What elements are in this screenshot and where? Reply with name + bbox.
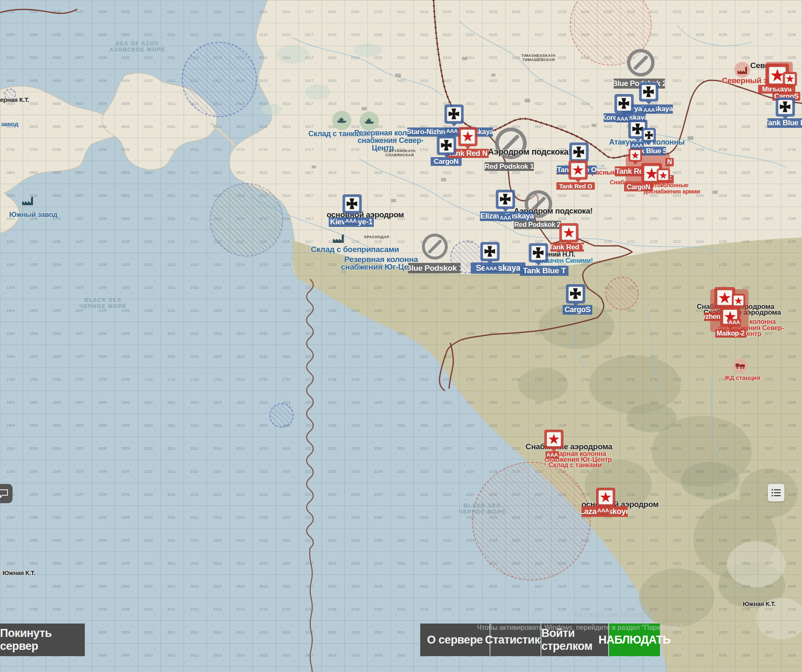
map-label-chip[interactable]: Maikop-2 bbox=[715, 329, 746, 338]
red-unit-marker[interactable]: ★ bbox=[783, 72, 797, 86]
map-label-chip[interactable]: Tank Red O bbox=[556, 182, 595, 190]
map-label-chip[interactable]: Severskaya bbox=[471, 262, 525, 274]
marker-pin bbox=[646, 142, 652, 145]
marker-pin bbox=[349, 213, 355, 216]
zone-circle bbox=[472, 462, 591, 580]
map-label-chip[interactable]: Red Podskok 2 bbox=[514, 221, 561, 229]
aaa-badge[interactable]: AAA bbox=[616, 115, 629, 122]
red-unit-marker[interactable]: ★ bbox=[629, 148, 642, 162]
red-star-icon: ★ bbox=[573, 164, 584, 176]
red-unit-marker[interactable]: ★ bbox=[559, 223, 579, 242]
zone-circle bbox=[605, 277, 639, 310]
map-label-chip[interactable]: Khadyzhenskaya bbox=[704, 313, 720, 321]
red-star-icon: ★ bbox=[548, 433, 560, 445]
map-label-chip[interactable]: Tank Re bbox=[615, 166, 644, 176]
german-cross-icon bbox=[448, 108, 460, 120]
map-label-chip[interactable]: Tank Blue E bbox=[767, 118, 802, 128]
aaa-badge[interactable]: AAA bbox=[344, 217, 358, 224]
sea-name-label: BLACK SEAЧЕРНОЕ МОРЕ bbox=[459, 502, 506, 515]
red-star-icon: ★ bbox=[462, 130, 474, 143]
chat-button[interactable] bbox=[0, 484, 13, 503]
sea-name-label: BLACK SEAЧЕРНОЕ МОРЕ bbox=[79, 297, 127, 309]
leave-server-button[interactable]: Покинуть сервер bbox=[0, 624, 85, 656]
aaa-badge[interactable]: AAA bbox=[642, 107, 656, 114]
blue-unit-marker[interactable] bbox=[569, 143, 589, 162]
marker-emblem: ★ bbox=[547, 432, 561, 446]
poi-factory-dark-icon bbox=[330, 230, 347, 247]
no-fly-slash bbox=[428, 239, 442, 254]
map-label-chip[interactable]: Blue Podskok 1 bbox=[408, 263, 461, 273]
marker-emblem bbox=[572, 145, 586, 159]
blue-unit-marker[interactable] bbox=[480, 242, 500, 261]
blue-unit-marker[interactable] bbox=[566, 284, 585, 303]
list-menu-button[interactable] bbox=[768, 484, 784, 501]
german-cross-icon bbox=[346, 198, 358, 210]
german-cross-icon bbox=[484, 245, 496, 257]
map-overlay: Аэродром подскока!Аэродром подскока!осно… bbox=[0, 0, 802, 672]
red-star-icon: ★ bbox=[645, 167, 658, 181]
blue-unit-marker[interactable] bbox=[639, 82, 658, 102]
zone-circle bbox=[182, 42, 257, 117]
red-unit-marker[interactable]: ★ bbox=[657, 168, 670, 182]
german-cross-icon bbox=[779, 101, 791, 113]
marker-emblem bbox=[531, 246, 545, 260]
blue-unit-marker[interactable] bbox=[614, 94, 634, 113]
blue-unit-marker[interactable] bbox=[343, 194, 362, 214]
aaa-badge[interactable]: AAA bbox=[546, 451, 559, 458]
menu-list-icon bbox=[772, 489, 781, 497]
aaa-badge[interactable]: AAA bbox=[499, 214, 512, 221]
poi-ship-icon bbox=[360, 112, 379, 131]
map-label-chip[interactable]: Tank Blue T bbox=[520, 266, 569, 276]
german-cross-icon bbox=[642, 86, 655, 98]
marker-pin bbox=[727, 326, 733, 330]
blue-unit-marker[interactable] bbox=[496, 190, 515, 209]
german-cross-icon bbox=[499, 193, 511, 205]
marker-emblem bbox=[617, 97, 631, 110]
marker-pin bbox=[660, 181, 666, 185]
red-star-icon: ★ bbox=[786, 74, 794, 84]
red-unit-marker[interactable]: ★ bbox=[458, 127, 477, 146]
map-label-chip[interactable]: N bbox=[665, 158, 674, 166]
map-label-chip[interactable]: CargoS bbox=[563, 305, 592, 315]
aaa-badge[interactable]: AAA bbox=[596, 507, 610, 514]
marker-pin bbox=[536, 262, 541, 265]
aaa-badge[interactable]: AAA bbox=[728, 319, 741, 326]
aaa-badge[interactable]: AAA bbox=[445, 127, 459, 135]
marker-pin bbox=[632, 161, 638, 165]
annotation-text: Склад с танками bbox=[548, 461, 602, 469]
windows-activation-title: Активация Windows bbox=[574, 609, 658, 620]
aaa-badge[interactable]: AAA bbox=[485, 265, 498, 272]
annotation-text: Склад с боеприпасами bbox=[311, 245, 399, 254]
blue-unit-marker[interactable] bbox=[776, 97, 795, 117]
german-cross-icon bbox=[532, 247, 544, 259]
blue-unit-marker[interactable] bbox=[642, 128, 656, 142]
map-label-chip[interactable]: Red Podskok 1 bbox=[485, 162, 534, 171]
marker-pin bbox=[575, 179, 581, 183]
marker-pin bbox=[444, 155, 449, 158]
marker-pin bbox=[451, 123, 457, 127]
marker-emblem: ★ bbox=[630, 150, 640, 160]
red-unit-marker[interactable]: ★ bbox=[732, 294, 745, 307]
poi-factory-red-icon bbox=[734, 62, 750, 78]
marker-emblem bbox=[569, 287, 582, 300]
marker-emblem bbox=[447, 107, 461, 121]
marker-emblem: ★ bbox=[571, 163, 585, 177]
annotation-text: Аэродром подскока! bbox=[488, 147, 571, 157]
annotation-text: Южный завод bbox=[9, 211, 57, 219]
marker-pin bbox=[465, 146, 471, 149]
german-cross-icon bbox=[618, 97, 630, 109]
no-fly-slash bbox=[633, 55, 649, 71]
blue-unit-marker[interactable] bbox=[437, 136, 456, 155]
red-unit-marker[interactable]: ★ bbox=[544, 430, 563, 449]
blue-unit-marker[interactable] bbox=[444, 104, 464, 124]
red-unit-marker[interactable]: ★ bbox=[596, 488, 615, 507]
annotation-text: ерная К.Т. bbox=[0, 96, 29, 103]
aaa-badge[interactable]: AAA bbox=[630, 142, 644, 149]
red-unit-marker[interactable]: ★ bbox=[569, 160, 588, 180]
zone-circle bbox=[210, 183, 283, 257]
german-cross-icon bbox=[573, 146, 585, 158]
no-fly-icon bbox=[627, 49, 655, 76]
map-label-chip[interactable]: CargoN bbox=[431, 157, 462, 166]
red-star-icon: ★ bbox=[718, 291, 731, 305]
blue-unit-marker[interactable] bbox=[529, 243, 548, 262]
